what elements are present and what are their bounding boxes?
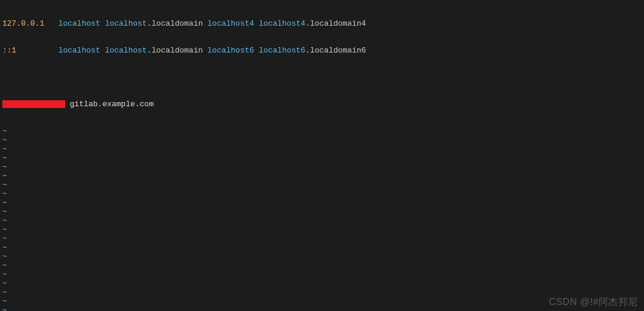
tilde-marker: ~ xyxy=(2,180,7,189)
redacted-ip xyxy=(2,100,65,108)
empty-line-tilde: ~ xyxy=(2,153,642,162)
text-editor[interactable]: 127.0.0.1 localhost localhost.localdomai… xyxy=(0,0,644,311)
tilde-marker: ~ xyxy=(2,207,7,216)
hostname: localhost4 xyxy=(207,19,254,28)
hostname: localhost xyxy=(59,46,100,55)
tilde-marker: ~ xyxy=(2,127,7,136)
tilde-marker: ~ xyxy=(2,261,7,270)
tilde-marker: ~ xyxy=(2,216,7,225)
empty-line-tilde: ~ xyxy=(2,306,642,311)
tilde-marker: ~ xyxy=(2,189,7,198)
empty-line-tilde: ~ xyxy=(2,270,642,279)
empty-line-tilde: ~ xyxy=(2,261,642,270)
tilde-marker: ~ xyxy=(2,288,7,297)
empty-line-tilde: ~ xyxy=(2,252,642,261)
hostname: localhost6 xyxy=(259,46,305,55)
empty-line-tilde: ~ xyxy=(2,127,642,136)
tilde-marker: ~ xyxy=(2,144,7,153)
empty-line-tilde: ~ xyxy=(2,171,642,180)
tilde-marker: ~ xyxy=(2,234,7,243)
tilde-marker: ~ xyxy=(2,198,7,207)
tilde-marker: ~ xyxy=(2,162,7,171)
empty-line xyxy=(2,73,642,82)
hostname: gitlab.example.com xyxy=(65,100,154,109)
tilde-marker: ~ xyxy=(2,153,7,162)
watermark: CSDN @!#阿杰邦尼 xyxy=(549,297,638,306)
tilde-marker: ~ xyxy=(2,306,7,311)
ip-address: ::1 xyxy=(2,46,16,55)
empty-line-tilde: ~ xyxy=(2,198,642,207)
tilde-marker: ~ xyxy=(2,171,7,180)
empty-line-tilde: ~ xyxy=(2,189,642,198)
tilde-marker: ~ xyxy=(2,270,7,279)
hostname: localhost xyxy=(59,19,100,28)
tilde-marker: ~ xyxy=(2,252,7,261)
tilde-marker: ~ xyxy=(2,225,7,234)
empty-line-tilde: ~ xyxy=(2,162,642,171)
empty-line-tilde: ~ xyxy=(2,243,642,252)
ip-address: 127.0.0.1 xyxy=(2,19,44,28)
hosts-line-2: ::1 localhost localhost.localdomain loca… xyxy=(2,46,642,55)
hostname: localhost4 xyxy=(259,19,305,28)
empty-line-tilde: ~ xyxy=(2,216,642,225)
empty-line-tilde: ~ xyxy=(2,279,642,288)
tilde-marker: ~ xyxy=(2,297,7,306)
empty-line-tilde: ~ xyxy=(2,207,642,216)
empty-line-tilde: ~ xyxy=(2,225,642,234)
empty-line-tilde: ~ xyxy=(2,180,642,189)
empty-line-tilde: ~ xyxy=(2,136,642,144)
hosts-line-1: 127.0.0.1 localhost localhost.localdomai… xyxy=(2,19,642,28)
empty-line-tilde: ~ xyxy=(2,144,642,153)
hostname: localhost xyxy=(105,19,147,28)
empty-line-tilde: ~ xyxy=(2,288,642,297)
hosts-line-3: gitlab.example.com xyxy=(2,100,642,109)
empty-line-tilde: ~ xyxy=(2,234,642,243)
hostname: localhost xyxy=(105,46,147,55)
tilde-marker: ~ xyxy=(2,136,7,144)
tilde-marker: ~ xyxy=(2,243,7,252)
empty-line-tilde: ~ xyxy=(2,297,642,306)
hostname: localhost6 xyxy=(207,46,254,55)
tilde-marker: ~ xyxy=(2,279,7,288)
